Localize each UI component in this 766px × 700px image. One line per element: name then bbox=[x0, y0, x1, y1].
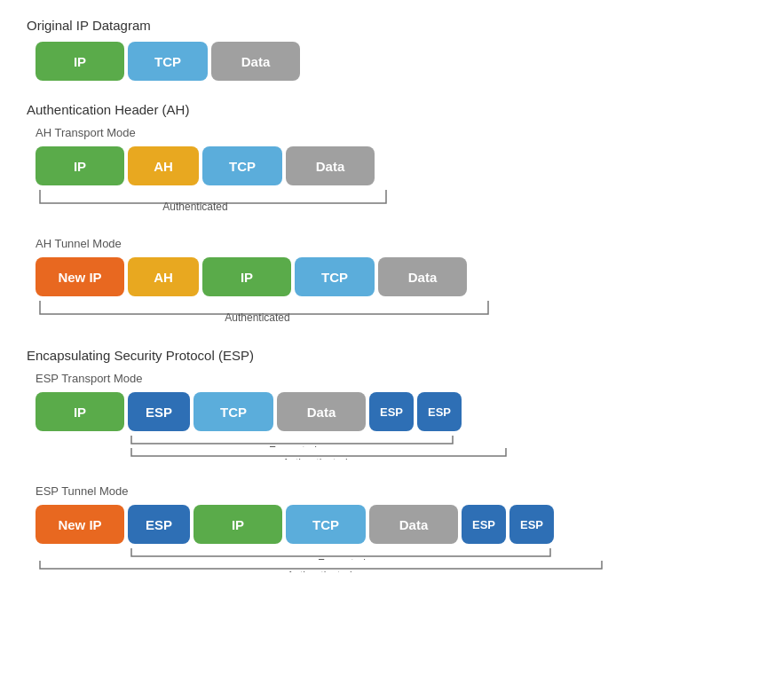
ah-tunnel-brace-svg: Authenticated bbox=[36, 296, 506, 323]
esp-tunnel-ip: IP bbox=[193, 505, 282, 544]
ah-tunnel-ip: IP bbox=[202, 257, 291, 296]
ah-section: Authentication Header (AH) AH Transport … bbox=[27, 102, 739, 323]
svg-text:Encrypted: Encrypted bbox=[318, 557, 366, 560]
esp-tunnel-new-ip: New IP bbox=[36, 505, 124, 544]
ah-transport-ip: IP bbox=[36, 146, 124, 185]
esp-transport-subtitle: ESP Transport Mode bbox=[36, 372, 739, 385]
esp-tunnel-data: Data bbox=[369, 505, 458, 544]
esp-tunnel-esp-a: ESP bbox=[509, 505, 554, 544]
esp-title: Encapsulating Security Protocol (ESP) bbox=[27, 348, 739, 363]
original-data: Data bbox=[211, 42, 300, 81]
esp-transport-data: Data bbox=[277, 392, 366, 431]
ah-tunnel-data: Data bbox=[378, 257, 467, 296]
ah-tunnel-packet-row: New IP AH IP TCP Data bbox=[36, 257, 739, 296]
ah-tunnel-new-ip: New IP bbox=[36, 257, 124, 296]
svg-text:Authenticated: Authenticated bbox=[282, 457, 347, 460]
ah-transport-packet-row: IP AH TCP Data bbox=[36, 146, 739, 185]
esp-tunnel-tcp: TCP bbox=[286, 505, 366, 544]
esp-tunnel-packet-row: New IP ESP IP TCP Data ESP ESP bbox=[36, 505, 739, 544]
ah-transport-ah: AH bbox=[128, 146, 199, 185]
esp-transport-esp-h: ESP bbox=[128, 392, 190, 431]
ah-transport-brace-svg: Authenticated bbox=[36, 185, 408, 212]
ah-transport-tcp: TCP bbox=[202, 146, 282, 185]
esp-transport-ip: IP bbox=[36, 392, 124, 431]
original-tcp: TCP bbox=[128, 42, 208, 81]
esp-section: Encapsulating Security Protocol (ESP) ES… bbox=[27, 348, 739, 572]
esp-transport-esp-a: ESP bbox=[417, 392, 462, 431]
original-packet-row: IP TCP Data bbox=[36, 42, 739, 81]
svg-text:Authenticated: Authenticated bbox=[162, 201, 227, 212]
ah-title: Authentication Header (AH) bbox=[27, 102, 739, 117]
ah-transport-data: Data bbox=[286, 146, 375, 185]
ah-transport-subtitle: AH Transport Mode bbox=[36, 126, 739, 139]
esp-transport-packet-row: IP ESP TCP Data ESP ESP bbox=[36, 392, 739, 431]
esp-transport-tcp: TCP bbox=[193, 392, 273, 431]
original-ip: IP bbox=[36, 42, 124, 81]
ah-tunnel-subtitle: AH Tunnel Mode bbox=[36, 237, 739, 250]
esp-tunnel-esp-t: ESP bbox=[462, 505, 506, 544]
ah-tunnel-block: AH Tunnel Mode New IP AH IP TCP Data Aut… bbox=[27, 237, 739, 323]
ah-tunnel-tcp: TCP bbox=[295, 257, 375, 296]
original-title: Original IP Datagram bbox=[27, 18, 739, 33]
svg-text:Authenticated: Authenticated bbox=[225, 311, 289, 323]
ah-transport-block: AH Transport Mode IP AH TCP Data Authent… bbox=[27, 126, 739, 212]
esp-transport-block: ESP Transport Mode IP ESP TCP Data ESP E… bbox=[27, 372, 739, 460]
esp-tunnel-block: ESP Tunnel Mode New IP ESP IP TCP Data E… bbox=[27, 484, 739, 572]
esp-tunnel-esp-h: ESP bbox=[128, 505, 190, 544]
original-datagram-section: Original IP Datagram IP TCP Data bbox=[27, 18, 739, 81]
svg-text:Authenticated: Authenticated bbox=[287, 570, 351, 572]
svg-text:Encrypted: Encrypted bbox=[269, 444, 317, 447]
esp-transport-esp-t: ESP bbox=[369, 392, 414, 431]
esp-tunnel-subtitle: ESP Tunnel Mode bbox=[36, 484, 739, 498]
ah-tunnel-ah: AH bbox=[128, 257, 199, 296]
